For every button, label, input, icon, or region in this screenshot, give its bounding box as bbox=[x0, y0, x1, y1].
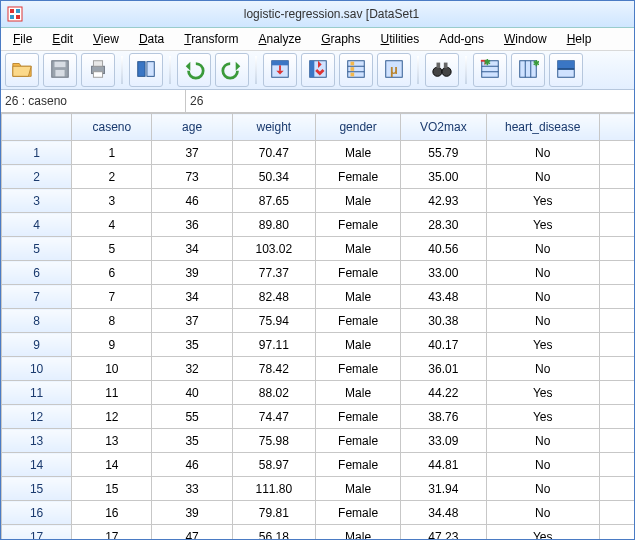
grid-corner[interactable] bbox=[2, 114, 72, 141]
row-header[interactable]: 14 bbox=[2, 453, 72, 477]
cell[interactable]: 33.00 bbox=[401, 261, 486, 285]
find-button[interactable] bbox=[425, 53, 459, 87]
cell[interactable]: 17 bbox=[72, 525, 152, 540]
cell[interactable]: Female bbox=[315, 309, 400, 333]
cell[interactable]: Yes bbox=[486, 405, 599, 429]
row-header[interactable]: 3 bbox=[2, 189, 72, 213]
menu-transform[interactable]: Transform bbox=[176, 30, 246, 48]
cell[interactable]: 15 bbox=[72, 477, 152, 501]
cell[interactable]: 7 bbox=[72, 285, 152, 309]
cell[interactable]: No bbox=[486, 429, 599, 453]
cell[interactable]: 14 bbox=[72, 453, 152, 477]
data-grid[interactable]: caseno age weight gender VO2max heart_di… bbox=[1, 113, 634, 539]
row-header[interactable]: 16 bbox=[2, 501, 72, 525]
cell[interactable]: 40 bbox=[152, 381, 232, 405]
menu-edit[interactable]: Edit bbox=[44, 30, 81, 48]
cell[interactable]: No bbox=[486, 453, 599, 477]
cell-empty[interactable] bbox=[599, 213, 634, 237]
cell[interactable]: Yes bbox=[486, 525, 599, 540]
cell[interactable]: 13 bbox=[72, 429, 152, 453]
cell[interactable]: No bbox=[486, 165, 599, 189]
cell[interactable]: 36.01 bbox=[401, 357, 486, 381]
cell[interactable]: 33.09 bbox=[401, 429, 486, 453]
cell-empty[interactable] bbox=[599, 381, 634, 405]
cell[interactable]: No bbox=[486, 261, 599, 285]
cell[interactable]: 89.80 bbox=[232, 213, 315, 237]
cell[interactable]: Yes bbox=[486, 189, 599, 213]
menu-help[interactable]: Help bbox=[559, 30, 600, 48]
cell[interactable]: No bbox=[486, 309, 599, 333]
cell-empty[interactable] bbox=[599, 189, 634, 213]
row-header[interactable]: 11 bbox=[2, 381, 72, 405]
cell[interactable]: No bbox=[486, 477, 599, 501]
cell[interactable]: 31.94 bbox=[401, 477, 486, 501]
column-header-empty[interactable] bbox=[599, 114, 634, 141]
insert-variable-button[interactable]: ✱ bbox=[511, 53, 545, 87]
menu-file[interactable]: File bbox=[5, 30, 40, 48]
cell[interactable]: 56.18 bbox=[232, 525, 315, 540]
cell[interactable]: 47.23 bbox=[401, 525, 486, 540]
cell-empty[interactable] bbox=[599, 357, 634, 381]
cell-empty[interactable] bbox=[599, 237, 634, 261]
row-header[interactable]: 17 bbox=[2, 525, 72, 540]
row-header[interactable]: 15 bbox=[2, 477, 72, 501]
cell[interactable]: Male bbox=[315, 477, 400, 501]
cell[interactable]: Yes bbox=[486, 333, 599, 357]
cell[interactable]: Yes bbox=[486, 213, 599, 237]
cell[interactable]: 9 bbox=[72, 333, 152, 357]
row-header[interactable]: 12 bbox=[2, 405, 72, 429]
row-header[interactable]: 1 bbox=[2, 141, 72, 165]
cell-empty[interactable] bbox=[599, 309, 634, 333]
menu-graphs[interactable]: Graphs bbox=[313, 30, 368, 48]
cell[interactable]: No bbox=[486, 357, 599, 381]
menu-utilities[interactable]: Utilities bbox=[373, 30, 428, 48]
cell[interactable]: 5 bbox=[72, 237, 152, 261]
cell[interactable]: No bbox=[486, 285, 599, 309]
cell[interactable]: 47 bbox=[152, 525, 232, 540]
cell-empty[interactable] bbox=[599, 405, 634, 429]
cell[interactable]: 39 bbox=[152, 501, 232, 525]
cell[interactable]: Female bbox=[315, 357, 400, 381]
column-header[interactable]: heart_disease bbox=[486, 114, 599, 141]
cell[interactable]: 46 bbox=[152, 189, 232, 213]
cell[interactable]: 12 bbox=[72, 405, 152, 429]
cell[interactable]: 55 bbox=[152, 405, 232, 429]
cell[interactable]: 97.11 bbox=[232, 333, 315, 357]
cell[interactable]: 87.65 bbox=[232, 189, 315, 213]
cell[interactable]: 75.98 bbox=[232, 429, 315, 453]
cell[interactable]: 75.94 bbox=[232, 309, 315, 333]
row-header[interactable]: 9 bbox=[2, 333, 72, 357]
cell[interactable]: 73 bbox=[152, 165, 232, 189]
row-header[interactable]: 10 bbox=[2, 357, 72, 381]
variables-button[interactable] bbox=[339, 53, 373, 87]
cell[interactable]: No bbox=[486, 141, 599, 165]
row-header[interactable]: 5 bbox=[2, 237, 72, 261]
row-header[interactable]: 7 bbox=[2, 285, 72, 309]
open-button[interactable] bbox=[5, 53, 39, 87]
goto-variable-button[interactable] bbox=[301, 53, 335, 87]
cell[interactable]: Male bbox=[315, 381, 400, 405]
undo-button[interactable] bbox=[177, 53, 211, 87]
cell[interactable]: 44.81 bbox=[401, 453, 486, 477]
cell[interactable]: Female bbox=[315, 429, 400, 453]
cell-empty[interactable] bbox=[599, 429, 634, 453]
cell[interactable]: 88.02 bbox=[232, 381, 315, 405]
cell[interactable]: 78.42 bbox=[232, 357, 315, 381]
active-cell-address[interactable]: 26 : caseno bbox=[1, 90, 186, 112]
cell[interactable]: Female bbox=[315, 405, 400, 429]
goto-case-button[interactable] bbox=[263, 53, 297, 87]
cell[interactable]: Male bbox=[315, 333, 400, 357]
cell[interactable]: 44.22 bbox=[401, 381, 486, 405]
cell[interactable]: 2 bbox=[72, 165, 152, 189]
run-descriptives-button[interactable]: μ bbox=[377, 53, 411, 87]
cell[interactable]: Male bbox=[315, 189, 400, 213]
cell[interactable]: 37 bbox=[152, 141, 232, 165]
cell[interactable]: 82.48 bbox=[232, 285, 315, 309]
cell[interactable]: 46 bbox=[152, 453, 232, 477]
cell[interactable]: 37 bbox=[152, 309, 232, 333]
cell[interactable]: Female bbox=[315, 261, 400, 285]
cell[interactable]: 35.00 bbox=[401, 165, 486, 189]
row-header[interactable]: 2 bbox=[2, 165, 72, 189]
cell[interactable]: 8 bbox=[72, 309, 152, 333]
cell-empty[interactable] bbox=[599, 165, 634, 189]
